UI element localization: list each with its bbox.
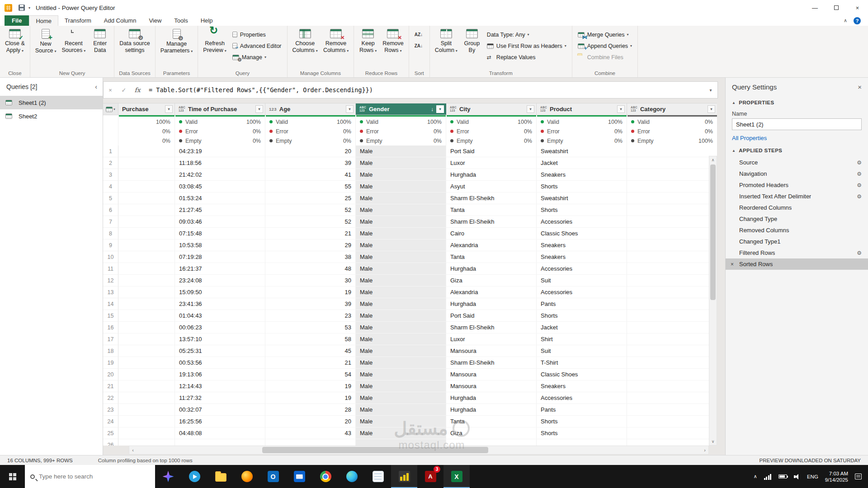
ribbon-button-merge-queries[interactable]: Merge Queries: [575, 29, 635, 40]
cell[interactable]: Hurghada: [446, 169, 537, 181]
filter-dropdown-icon[interactable]: ▾: [346, 105, 354, 113]
ribbon-button-data-type-any[interactable]: Data Type: Any: [484, 29, 570, 40]
scroll-right-icon[interactable]: ›: [701, 447, 708, 453]
close-button[interactable]: ×: [847, 0, 868, 15]
cell[interactable]: [118, 357, 175, 369]
ribbon-button-replace-values[interactable]: Replace Values: [484, 52, 570, 63]
cell[interactable]: [118, 216, 175, 228]
cell[interactable]: [118, 239, 175, 251]
cell[interactable]: 28: [265, 404, 356, 416]
cell[interactable]: T-Shirt: [537, 357, 627, 369]
cell[interactable]: [118, 310, 175, 322]
cell[interactable]: 07:19:28: [175, 251, 265, 263]
cell[interactable]: Pants: [537, 404, 627, 416]
cell[interactable]: Male: [356, 251, 446, 263]
cell[interactable]: Male: [356, 181, 446, 192]
cell[interactable]: 48: [265, 263, 356, 275]
cell[interactable]: Shorts: [537, 181, 627, 192]
cell[interactable]: Jacket: [537, 322, 627, 333]
cell[interactable]: 04:23:19: [175, 145, 265, 157]
cell[interactable]: [627, 251, 717, 263]
cell[interactable]: Sweatshirt: [537, 192, 627, 204]
ribbon-button-manage-parameters[interactable]: ManageParameters: [158, 27, 196, 55]
cell[interactable]: 19: [265, 380, 356, 392]
cell[interactable]: Male: [356, 310, 446, 322]
filter-dropdown-icon[interactable]: ▾: [617, 105, 625, 113]
cell[interactable]: Shirt: [537, 333, 627, 345]
cell[interactable]: 21: [265, 357, 356, 369]
cell[interactable]: Sneakers: [537, 380, 627, 392]
step-settings-gear-icon[interactable]: ⚙: [857, 160, 862, 166]
battery-icon[interactable]: [778, 474, 787, 479]
cell[interactable]: Male: [356, 416, 446, 427]
cell[interactable]: [118, 157, 175, 169]
taskbar-firefox-icon[interactable]: [234, 465, 260, 488]
cell[interactable]: 12:14:43: [175, 380, 265, 392]
ribbon-button-recent-sources[interactable]: RecentSources: [59, 27, 88, 54]
cell[interactable]: Mansoura: [446, 345, 537, 357]
cell[interactable]: [118, 392, 175, 404]
commit-formula-icon[interactable]: ✓: [117, 87, 131, 94]
cell[interactable]: [627, 416, 717, 427]
cell[interactable]: [118, 145, 175, 157]
cell[interactable]: 52: [265, 216, 356, 228]
cell[interactable]: Alexandria: [446, 286, 537, 298]
cell[interactable]: Male: [356, 333, 446, 345]
cell[interactable]: Luxor: [446, 157, 537, 169]
ribbon-button-enter-data[interactable]: EnterData: [88, 27, 112, 54]
tab-add-column[interactable]: Add Column: [98, 15, 143, 26]
column-header-age[interactable]: 123Age▾: [265, 103, 356, 115]
ribbon-button-properties[interactable]: Properties: [229, 29, 285, 40]
cell[interactable]: [446, 439, 537, 446]
cell[interactable]: 21:42:02: [175, 169, 265, 181]
cell[interactable]: Accessories: [537, 263, 627, 275]
language-indicator[interactable]: ENG: [807, 474, 818, 479]
cell[interactable]: Accessories: [537, 286, 627, 298]
tab-tools[interactable]: Tools: [168, 15, 194, 26]
table-corner-button[interactable]: ▾: [103, 103, 118, 115]
cell[interactable]: 16:21:37: [175, 263, 265, 275]
taskbar-outlook-icon[interactable]: O: [260, 465, 286, 488]
cell[interactable]: Giza: [446, 427, 537, 439]
cell[interactable]: 00:53:56: [175, 357, 265, 369]
cell[interactable]: 10:53:58: [175, 239, 265, 251]
cell[interactable]: Male: [356, 357, 446, 369]
cell[interactable]: Male: [356, 345, 446, 357]
step-settings-gear-icon[interactable]: ⚙: [857, 193, 862, 200]
cell[interactable]: Accessories: [537, 392, 627, 404]
scroll-left-icon[interactable]: ‹: [129, 447, 137, 453]
cell[interactable]: 00:32:07: [175, 404, 265, 416]
cell[interactable]: Suit: [537, 345, 627, 357]
cell[interactable]: Male: [356, 322, 446, 333]
cell[interactable]: Male: [356, 169, 446, 181]
cell[interactable]: Classic Shoes: [537, 228, 627, 239]
cell[interactable]: Pants: [537, 298, 627, 310]
cell[interactable]: 19: [265, 392, 356, 404]
cell[interactable]: [627, 380, 717, 392]
taskbar-explorer-icon[interactable]: [208, 465, 234, 488]
cell[interactable]: Shorts: [537, 416, 627, 427]
cell[interactable]: [627, 157, 717, 169]
scroll-up-icon[interactable]: ∧: [709, 156, 717, 164]
taskbar-chrome-icon[interactable]: [312, 465, 339, 488]
help-icon[interactable]: ?: [854, 17, 861, 24]
applied-step-removed-columns[interactable]: Removed Columns: [726, 225, 868, 236]
cell[interactable]: 41: [265, 169, 356, 181]
cell[interactable]: 54: [265, 369, 356, 380]
cell[interactable]: Tanta: [446, 204, 537, 216]
cell[interactable]: 11:27:32: [175, 392, 265, 404]
filter-dropdown-icon[interactable]: ▾: [436, 105, 444, 113]
cell[interactable]: Male: [356, 427, 446, 439]
cell[interactable]: 11:18:56: [175, 157, 265, 169]
horizontal-scroll-track[interactable]: [137, 446, 701, 454]
cell[interactable]: [627, 181, 717, 192]
cell[interactable]: Hurghada: [446, 392, 537, 404]
cell[interactable]: Sneakers: [537, 169, 627, 181]
cell[interactable]: [356, 439, 446, 446]
collapse-ribbon-icon[interactable]: ∧: [844, 18, 847, 23]
formula-input[interactable]: = Table.Sort(#"Filtered Rows",{{"Gender"…: [144, 86, 704, 94]
column-header-city[interactable]: ABC123City▾: [446, 103, 537, 115]
ribbon-button-split-column[interactable]: SplitColumn: [432, 27, 460, 54]
cell[interactable]: 23:24:08: [175, 275, 265, 286]
volume-icon[interactable]: [794, 474, 800, 479]
